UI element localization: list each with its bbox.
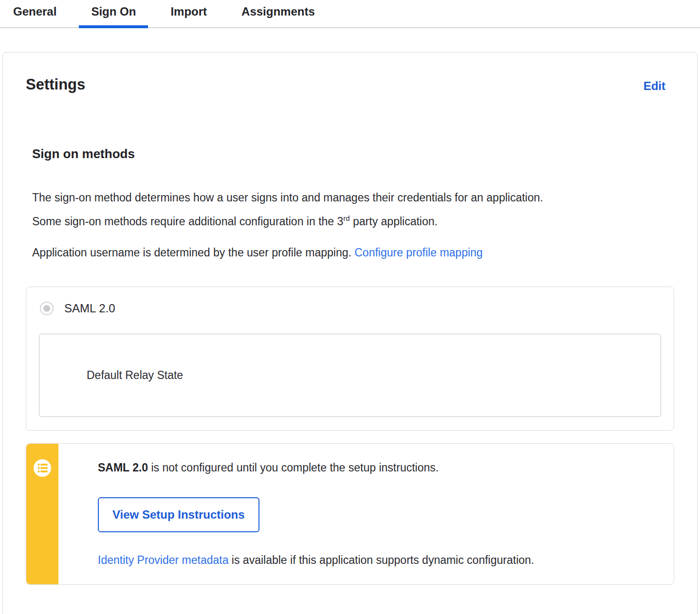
- saml-method-box: SAML 2.0 Default Relay State: [26, 287, 674, 431]
- identity-provider-metadata-link[interactable]: Identity Provider metadata: [98, 554, 228, 566]
- tab-assignments[interactable]: Assignments: [229, 0, 327, 28]
- callout-accent-bar: [26, 444, 58, 584]
- sign-on-methods-description: The sign-on method determines how a user…: [32, 186, 555, 234]
- callout-body: SAML 2.0 is not configured until you com…: [58, 444, 674, 584]
- callout-message-text: is not configured until you complete the…: [148, 461, 439, 474]
- configure-profile-mapping-link[interactable]: Configure profile mapping: [354, 246, 482, 259]
- tab-general[interactable]: General: [1, 0, 69, 28]
- callout-message: SAML 2.0 is not configured until you com…: [98, 460, 654, 475]
- description-text-end: party application.: [350, 215, 438, 228]
- settings-card-header: Settings Edit: [26, 76, 674, 93]
- callout-message-bold: SAML 2.0: [98, 461, 148, 474]
- profile-mapping-note: Application username is determined by th…: [32, 244, 555, 261]
- tab-import[interactable]: Import: [158, 0, 219, 28]
- settings-card: Settings Edit Sign on methods The sign-o…: [2, 52, 698, 614]
- setup-list-icon: [33, 459, 52, 584]
- saml-radio-row: SAML 2.0: [39, 302, 661, 315]
- view-setup-instructions-button[interactable]: View Setup Instructions: [98, 497, 259, 532]
- default-relay-state-box: Default Relay State: [39, 334, 661, 417]
- saml-radio-label: SAML 2.0: [64, 302, 115, 315]
- default-relay-state-label: Default Relay State: [87, 369, 183, 382]
- saml-warning-callout: SAML 2.0 is not configured until you com…: [26, 443, 674, 585]
- profile-mapping-text: Application username is determined by th…: [32, 246, 354, 259]
- tab-sign-on[interactable]: Sign On: [79, 0, 148, 28]
- callout-footer: Identity Provider metadata is available …: [98, 553, 654, 567]
- page-title: Settings: [26, 76, 85, 93]
- sign-on-methods-heading: Sign on methods: [32, 146, 674, 162]
- saml-radio-button[interactable]: [40, 302, 54, 315]
- app-tab-bar: General Sign On Import Assignments: [0, 0, 700, 28]
- ordinal-superscript: rd: [343, 214, 350, 222]
- callout-footer-text: is available if this application support…: [228, 554, 534, 566]
- edit-link[interactable]: Edit: [644, 79, 665, 93]
- description-text: The sign-on method determines how a user…: [32, 191, 543, 228]
